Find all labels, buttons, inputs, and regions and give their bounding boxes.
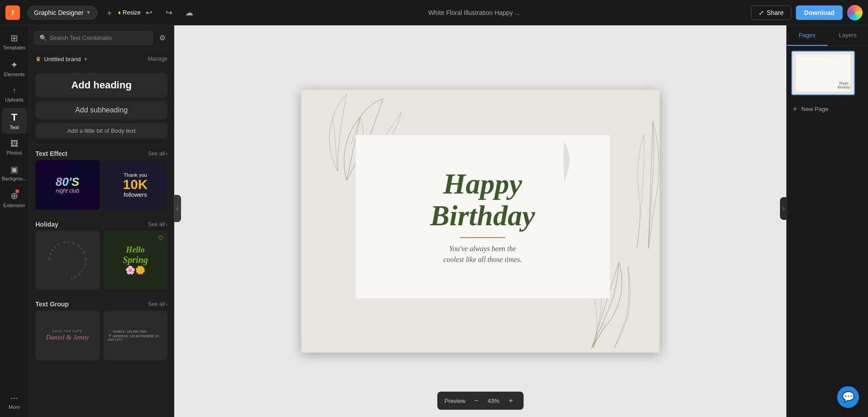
download-button[interactable]: Download [796,5,843,20]
brand-selector[interactable]: ♛ Untitled brand ▼ [35,55,88,63]
followers-text: followers [123,191,148,198]
text-effect-see-all-button[interactable]: See all › [148,150,167,157]
collapse-right-arrow-icon: › [782,204,785,213]
sidebar-label-text: Text [10,125,19,130]
tab-layers[interactable]: Layers [828,25,868,46]
tenk-number: 10K [123,178,148,191]
address-label: 📍 ADDRESS: 123 ANYWHERE ST., ANY CITY [108,335,163,341]
sidebar-item-text[interactable]: T Text [2,108,27,134]
brand-chevron-icon: ▼ [83,57,88,62]
share-label: Share [767,9,784,16]
zoom-controls: − 43% + [471,395,516,406]
tab-pages[interactable]: Pages [787,25,828,46]
holiday-see-all-button[interactable]: See all › [148,221,167,228]
add-heading-button[interactable]: Add heading [35,73,167,97]
share-icon: ⤢ [759,9,764,16]
spring-text: Spring [123,255,148,265]
text-group-title: Text Group [35,301,69,308]
redo-button[interactable]: ↪ [161,5,177,21]
brand-name-label: Untitled brand [44,56,81,63]
page-1-thumbnail[interactable]: HappyBirthday [791,51,855,95]
fotor-logo-icon: f [5,5,20,20]
page-1-thumb-inner: HappyBirthday [792,52,854,94]
sidebar-item-templates[interactable]: ⊞ Templates [2,29,27,54]
sidebar-label-uploads: Uploads [5,97,23,102]
text-icon: T [11,112,17,123]
topbar-right: ⤢ Share Download [751,5,863,20]
manage-button[interactable]: Manage [148,56,167,62]
add-button[interactable]: ＋ [101,5,118,21]
eighties-text: 80'S [56,176,79,188]
address-card[interactable]: 📱 MOBILE: 123-456-7890 📍 ADDRESS: 123 AN… [103,310,168,360]
panel-search-area: 🔍 ⚙ [29,25,174,51]
divider-line [460,237,505,238]
designer-label: Graphic Designer [34,9,83,16]
collapse-arrow-icon: ‹ [176,204,178,213]
tenk-card[interactable]: Thank you 10K followers [103,160,168,210]
right-panel-collapse[interactable]: › [780,197,787,220]
share-button[interactable]: ⤢ Share [751,5,791,20]
filter-button[interactable]: ⚙ [157,31,168,45]
save-the-date-card[interactable]: SAVE THE DATE Daniel & Jenny [35,310,100,360]
card-watermark [546,140,583,185]
tenk-wrapper: Thank you 10K followers [123,172,148,198]
sidebar-item-background[interactable]: ▣ Backgrou... [2,161,27,185]
designer-mode-button[interactable]: Graphic Designer ▼ [27,6,98,19]
chat-support-button[interactable]: 💬 [837,386,859,408]
search-box: 🔍 [34,31,153,45]
summer-holiday-card[interactable]: HAPPY SUMMER HOLIDAY [35,231,100,290]
topbar: f Graphic Designer ▼ ＋ ♦ Resize ↩ ↪ ☁ Wh… [0,0,868,25]
text-effect-section-header: Text Effect See all › [29,145,174,160]
subtitle-line2: coolest like all those times. [443,256,522,263]
hello-spring-card[interactable]: ♡ Hello Spring 🌸🌼 [103,231,168,290]
save-date-name: Daniel & Jenny [46,334,89,341]
text-group-see-all-arrow: › [166,301,167,307]
sidebar-item-uploads[interactable]: ↑ Uploads [2,82,27,106]
zoom-out-button[interactable]: − [471,395,482,406]
eighties-card[interactable]: 80'S night club [35,160,100,210]
pages-layers-tabs: Pages Layers [787,25,868,46]
save-date-label: SAVE THE DATE [52,330,83,333]
undo-button[interactable]: ↩ [141,5,157,21]
hello-spring-wrapper: Hello Spring 🌸🌼 [123,245,148,275]
holiday-section-header: Holiday See all › [29,215,174,231]
add-subheading-button[interactable]: Add subheading [35,101,167,119]
add-body-button[interactable]: Add a little bit of Body text [35,123,167,139]
zoom-in-button[interactable]: + [505,395,516,406]
user-avatar[interactable] [847,5,863,20]
resize-button[interactable]: ♦ Resize [121,5,137,21]
happy-text: Happy [443,168,522,200]
birthday-text: Birthday [430,199,535,232]
sidebar-item-extension[interactable]: ⊕ Extension [2,187,27,212]
text-options: Add heading Add subheading Add a little … [29,68,174,145]
text-effect-grid: 80'S night club Thank you 10K followers [29,160,174,215]
sidebar-item-elements[interactable]: ✦ Elements [2,56,27,81]
sidebar-item-photos[interactable]: 🖼 Photos [2,136,27,159]
hello-spring-text: Hello [123,245,148,255]
crown-icon: ♛ [35,55,41,63]
sidebar-label-photos: Photos [6,150,22,155]
text-panel: 🔍 ⚙ ♛ Untitled brand ▼ Manage Add headin… [29,25,174,417]
zoom-value: 43% [485,398,502,404]
holiday-title: Holiday [35,221,59,228]
elements-icon: ✦ [10,59,18,70]
logo[interactable]: f [5,5,20,20]
right-panel: Pages Layers HappyBirthday ＋ New Page [786,25,868,417]
sidebar-label-background: Backgrou... [2,176,27,181]
preview-button[interactable]: Preview [444,398,465,404]
plus-icon: ＋ [791,104,799,114]
circular-text-svg: HAPPY SUMMER HOLIDAY [45,238,90,283]
new-page-button[interactable]: ＋ New Page [787,100,868,118]
text-group-see-all-button[interactable]: See all › [148,301,167,307]
canvas: Happy Birthday You've always been the co… [301,90,660,353]
panel-collapse-handle[interactable]: ‹ [174,195,181,222]
favorite-heart-icon[interactable]: ♡ [158,234,164,242]
sidebar-item-more[interactable]: ··· More [2,389,27,413]
sidebar-label-elements: Elements [4,72,25,77]
spring-flower-icon: 🌸🌼 [123,265,148,275]
main-layout: ⊞ Templates ✦ Elements ↑ Uploads T Text … [0,25,868,417]
cloud-save-button[interactable]: ☁ [181,5,197,21]
search-input[interactable] [49,34,148,41]
happy-birthday-text: Happy Birthday [430,168,535,232]
canvas-area: Happy Birthday You've always been the co… [174,25,786,417]
